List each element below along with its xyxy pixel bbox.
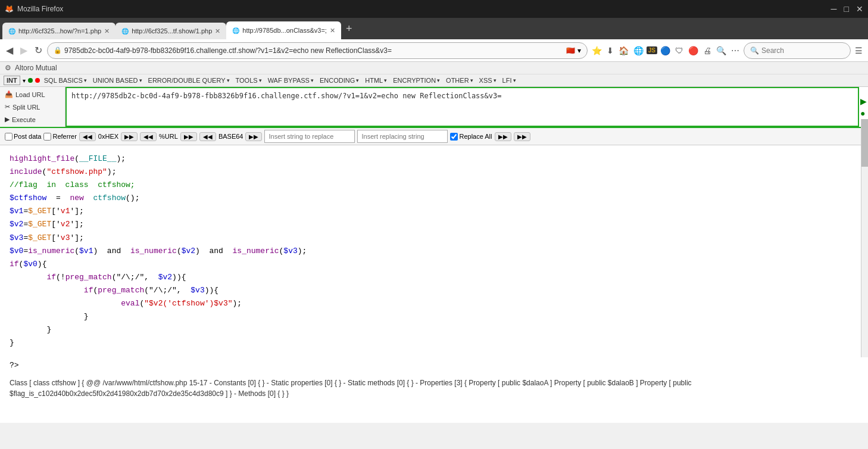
bookmark-star-button[interactable]: ⭐ <box>590 45 604 57</box>
menu-button[interactable]: ☰ <box>853 45 864 57</box>
code-line-1: highlight_file(__FILE__); <box>10 152 858 166</box>
insert-replacing-input[interactable] <box>357 130 448 143</box>
referrer-checkbox-wrap[interactable]: Referrer <box>43 133 76 141</box>
scrollbar-track[interactable] <box>861 119 868 357</box>
zoom-button[interactable]: 🔍 <box>714 45 728 57</box>
post-data-label: Post data <box>14 133 41 140</box>
post-data-checkbox-wrap[interactable]: Post data <box>5 133 41 141</box>
tab-1-favicon: 🌐 <box>8 28 15 35</box>
url-right-button[interactable]: ▶▶ <box>180 132 197 141</box>
referrer-checkbox[interactable] <box>43 133 51 141</box>
forward-button[interactable]: ▶ <box>18 43 30 57</box>
code-indent3 <box>10 299 121 308</box>
tab-2[interactable]: 🌐 http://6cf325...tf.show/1.php ✕ <box>115 23 226 39</box>
new-tab-button[interactable]: + <box>341 20 357 38</box>
replace-extra-arrow: ▶▶ <box>517 133 527 140</box>
replace-all-checkbox-wrap[interactable]: Replace All <box>450 133 492 141</box>
menu-encoding[interactable]: ENCODING▾ <box>318 76 361 85</box>
code-ctfshow-str: "ctfshow.php" <box>46 167 107 176</box>
minimize-button[interactable]: ─ <box>831 4 837 14</box>
url-left-arrow: ◀◀ <box>143 133 153 140</box>
int-badge: INT <box>4 76 20 85</box>
code-paren4: ( <box>74 247 79 255</box>
html-arrow: ▾ <box>384 77 387 83</box>
insert-string-input[interactable] <box>264 130 355 143</box>
menu-sql-basics[interactable]: SQL BASICS▾ <box>42 76 89 85</box>
error-double-arrow: ▾ <box>227 77 230 83</box>
js-button[interactable]: JS <box>647 46 657 54</box>
tab-1-close[interactable]: ✕ <box>104 27 110 35</box>
dot-red-icon <box>35 78 40 83</box>
menu-xss[interactable]: XSS▾ <box>477 76 498 85</box>
php-close-tag: ?> <box>10 361 19 370</box>
load-url-button[interactable]: 📥 Load URL <box>2 89 63 99</box>
replace-right-button[interactable]: ▶▶ <box>495 132 511 141</box>
url-textarea[interactable]: http://9785db2c-bc0d-4af9-b978-fbb8326b9… <box>65 87 859 127</box>
split-url-button[interactable]: ✂ Split URL <box>2 102 63 112</box>
menu-union-based[interactable]: UNION BASED▾ <box>91 76 144 85</box>
print-button[interactable]: 🖨 <box>701 45 713 57</box>
home-button[interactable]: 🏠 <box>617 45 630 57</box>
menu-html[interactable]: HTML▾ <box>363 76 389 85</box>
extension1-button[interactable]: 🔵 <box>658 45 672 57</box>
code-isnumeric2: is_numeric <box>130 247 177 255</box>
menu-other[interactable]: OTHER▾ <box>444 76 475 85</box>
code-line-3: //flag in class ctfshow; <box>10 179 858 192</box>
class-info-text: Class [ class ctfshow ] { @@ /var/www/ht… <box>10 379 692 398</box>
code-v0: $v0 <box>10 247 23 255</box>
window-controls[interactable]: ─ □ ✕ <box>831 4 863 14</box>
tab-1[interactable]: 🌐 http://6cf325...how/?n=1.php ✕ <box>2 23 115 39</box>
menu-error-double[interactable]: ERROR/DOUBLE QUERY▾ <box>146 76 232 85</box>
tab-bar: 🌐 http://6cf325...how/?n=1.php ✕ 🌐 http:… <box>0 18 868 39</box>
window-title-text: Mozilla Firefox <box>17 5 63 13</box>
code-v2-ref: $v2 <box>182 247 195 255</box>
code-get3: $_GET <box>28 233 51 242</box>
search-input[interactable] <box>761 46 851 55</box>
window-chrome: 🦊 Mozilla Firefox ─ □ ✕ <box>0 0 868 18</box>
globe-button[interactable]: 🌐 <box>632 45 645 57</box>
oxhex-left-button[interactable]: ◀◀ <box>79 132 96 141</box>
reload-button[interactable]: ↻ <box>32 43 45 57</box>
maximize-button[interactable]: □ <box>844 4 849 14</box>
menu-lfi[interactable]: LFI▾ <box>501 76 518 85</box>
tab-2-close[interactable]: ✕ <box>215 27 220 35</box>
ublock-button[interactable]: 🔴 <box>686 45 700 57</box>
base64-left-button[interactable]: ◀◀ <box>199 132 216 141</box>
post-data-checkbox[interactable] <box>5 133 13 141</box>
search-box[interactable]: 🔍 <box>744 42 851 59</box>
code-ctfshow-var: $ctfshow <box>10 194 46 202</box>
replace-extra-button[interactable]: ▶▶ <box>514 132 530 141</box>
close-button[interactable]: ✕ <box>856 4 863 14</box>
address-input[interactable] <box>64 46 564 55</box>
code-brace6: } <box>10 338 14 347</box>
load-url-icon: 📥 <box>5 91 13 98</box>
base64-right-button[interactable]: ▶▶ <box>245 132 262 141</box>
scrollbar-thumb[interactable] <box>861 119 868 167</box>
code-indent1 <box>10 273 46 282</box>
code-brace4: } <box>84 312 89 321</box>
code-new1: new <box>70 194 83 202</box>
back-button[interactable]: ◀ <box>4 43 15 57</box>
menu-waf-bypass[interactable]: WAF BYPASS▾ <box>266 76 316 85</box>
tab-3[interactable]: 🌐 http://9785db...onClass&v3=; ✕ <box>226 21 341 39</box>
xss-arrow: ▾ <box>494 77 497 83</box>
tab-3-close[interactable]: ✕ <box>330 27 335 35</box>
address-input-wrap[interactable]: 🔒 🇨🇳 ▾ <box>47 42 588 59</box>
code-paren1: ( <box>74 154 79 163</box>
code-paren6-close: ); <box>298 247 307 255</box>
shield-button[interactable]: 🛡 <box>673 45 685 57</box>
address-dropdown-icon: ▾ <box>577 46 581 55</box>
more-tools-button[interactable]: ⋯ <box>729 45 741 57</box>
replace-all-checkbox[interactable] <box>450 133 458 141</box>
code-v3-key: v3 <box>61 233 70 242</box>
hackbar-menu: INT ▾ SQL BASICS▾ UNION BASED▾ ERROR/DOU… <box>0 74 868 87</box>
url-left-button[interactable]: ◀◀ <box>140 132 157 141</box>
oxhex-right-button[interactable]: ▶▶ <box>121 132 138 141</box>
execute-button[interactable]: ▶ Execute <box>2 114 63 124</box>
menu-encryption[interactable]: ENCRYPTION▾ <box>391 76 442 85</box>
altoro-logo-icon: ⚙ <box>5 64 11 72</box>
code-get2: $_GET <box>28 220 51 229</box>
menu-tools[interactable]: TOOLS▾ <box>234 76 264 85</box>
download-button[interactable]: ⬇ <box>605 45 616 57</box>
code-line-6: $v2=$_GET['v2']; <box>10 218 858 231</box>
